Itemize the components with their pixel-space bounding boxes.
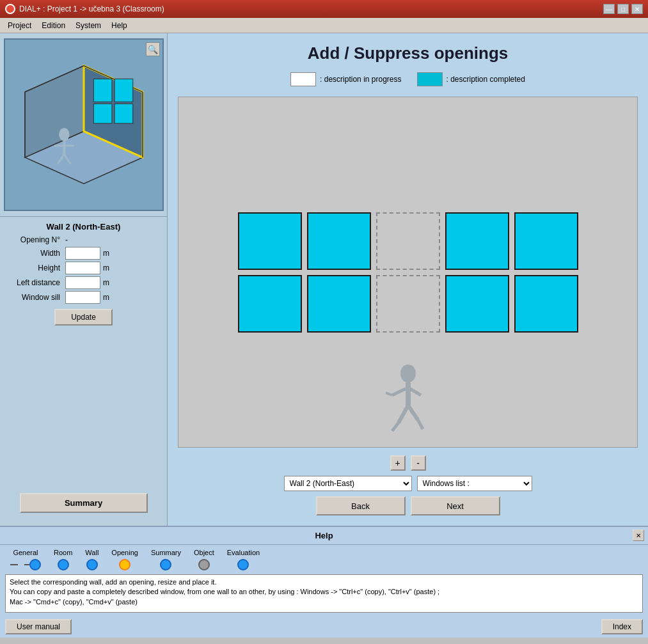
help-tab-object[interactable]: Object	[194, 549, 214, 570]
menu-bar: Project Edition System Help	[0, 18, 648, 33]
help-bottom: User manual Index	[0, 617, 648, 637]
menu-help[interactable]: Help	[106, 20, 132, 31]
menu-edition[interactable]: Edition	[36, 20, 70, 31]
opening-row: Opening N° -	[8, 235, 159, 244]
help-tab-wall[interactable]: Wall	[85, 549, 99, 570]
width-label: Width	[8, 249, 65, 258]
help-tab-evaluation[interactable]: Evaluation	[227, 549, 260, 570]
svg-point-14	[400, 365, 416, 382]
height-unit: m	[103, 263, 109, 272]
help-title-bar: Help ✕	[0, 527, 648, 545]
svg-line-20	[392, 423, 399, 431]
help-section: Help ✕ General Room Wall Opening Sum	[0, 526, 648, 638]
window-cell-7[interactable]	[307, 275, 371, 333]
window-cell-8-human	[376, 275, 440, 333]
general-label: General	[13, 549, 38, 556]
window-sill-input[interactable]	[65, 291, 100, 304]
menu-project[interactable]: Project	[3, 20, 36, 31]
window-cell-2[interactable]	[307, 212, 371, 270]
help-tab-summary[interactable]: Summary	[151, 549, 181, 570]
legend-in-progress-label: : description in progress	[320, 75, 401, 84]
opening-value: -	[65, 235, 104, 244]
svg-rect-5	[93, 79, 112, 102]
controls-row: + -	[178, 455, 638, 471]
close-button[interactable]: ✕	[631, 4, 643, 14]
help-text-line2: You can copy and paste a completely desc…	[10, 587, 638, 597]
summary-label: Summary	[151, 549, 181, 556]
left-panel-bottom: Summary	[0, 336, 167, 526]
wall-info-panel: Wall 2 (North-East) Opening N° - Width m…	[0, 216, 167, 336]
wall-select[interactable]: Wall 2 (North-East) Wall 1 (North-West) …	[284, 476, 412, 491]
width-input[interactable]	[65, 247, 100, 260]
left-distance-label: Left distance	[8, 278, 65, 287]
svg-line-17	[386, 393, 392, 395]
next-button[interactable]: Next	[411, 496, 500, 515]
back-button[interactable]: Back	[316, 496, 406, 515]
windows-grid	[225, 200, 591, 345]
height-input[interactable]	[65, 262, 100, 274]
svg-rect-6	[115, 79, 133, 102]
help-tab-opening[interactable]: Opening	[111, 549, 138, 570]
legend-in-progress: : description in progress	[290, 72, 401, 86]
svg-line-19	[399, 405, 408, 423]
general-tab-dot	[29, 559, 41, 570]
maximize-button[interactable]: □	[617, 4, 629, 14]
window-controls: — □ ✕	[603, 4, 643, 14]
zoom-button[interactable]: 🔍	[146, 42, 160, 56]
window-cell-10[interactable]	[514, 275, 578, 333]
help-tabs: General Room Wall Opening Summary O	[0, 545, 648, 570]
legend-white-box	[290, 72, 316, 86]
main-area: 🔍 Wall 2 (North-East) Opening N° - Width…	[0, 33, 648, 526]
app-icon	[5, 4, 15, 14]
width-row: Width m	[8, 247, 159, 260]
help-tab-general[interactable]: General	[10, 549, 41, 570]
window-title: DIAL+ : Project 1 -> učebna 3 (Classroom…	[19, 4, 164, 13]
legend-completed-label: : description completed	[446, 75, 525, 84]
wall-name-label: Wall 2 (North-East)	[8, 222, 159, 232]
page-title: Add / Suppress openings	[178, 43, 638, 63]
wall-tab-dot	[86, 559, 98, 570]
window-cell-1[interactable]	[238, 212, 302, 270]
help-text-area: Select the corresponding wall, add an op…	[5, 574, 643, 613]
left-distance-input[interactable]	[65, 276, 100, 289]
window-cell-9[interactable]	[445, 275, 509, 333]
window-cell-3-missing	[376, 212, 440, 270]
legend-completed: : description completed	[417, 72, 525, 86]
height-label: Height	[8, 263, 65, 272]
window-cell-4[interactable]	[445, 212, 509, 270]
summary-button[interactable]: Summary	[20, 493, 148, 513]
minimize-button[interactable]: —	[603, 4, 615, 14]
window-sill-unit: m	[103, 293, 109, 302]
summary-tab-dot	[160, 559, 171, 570]
update-button[interactable]: Update	[54, 309, 113, 326]
user-manual-button[interactable]: User manual	[5, 619, 72, 634]
room-preview-svg	[5, 40, 162, 210]
svg-line-21	[408, 405, 418, 420]
add-opening-button[interactable]: +	[390, 455, 406, 471]
width-unit: m	[103, 249, 109, 258]
window-cell-5[interactable]	[514, 212, 578, 270]
right-panel: Add / Suppress openings : description in…	[168, 33, 648, 526]
remove-opening-button[interactable]: -	[411, 455, 426, 471]
nav-row: Back Next	[178, 496, 638, 515]
svg-rect-8	[115, 104, 133, 123]
evaluation-label: Evaluation	[227, 549, 260, 556]
human-svg	[386, 362, 431, 432]
window-cell-6[interactable]	[238, 275, 302, 333]
index-button[interactable]: Index	[601, 619, 643, 634]
menu-system[interactable]: System	[70, 20, 106, 31]
evaluation-tab-dot	[237, 559, 249, 570]
object-tab-dot	[198, 559, 210, 570]
left-distance-unit: m	[103, 278, 109, 287]
room-tab-dot	[58, 559, 69, 570]
left-panel: 🔍 Wall 2 (North-East) Opening N° - Width…	[0, 33, 168, 526]
general-tab-line	[10, 560, 29, 570]
wall-display[interactable]	[178, 97, 638, 448]
help-close-button[interactable]: ✕	[633, 530, 644, 541]
svg-rect-7	[93, 104, 112, 123]
windows-list-select[interactable]: Windows list :	[417, 476, 532, 491]
height-row: Height m	[8, 262, 159, 274]
help-tab-room[interactable]: Room	[54, 549, 72, 570]
window-sill-label: Window sill	[8, 293, 65, 302]
legend-row: : description in progress : description …	[178, 72, 638, 86]
